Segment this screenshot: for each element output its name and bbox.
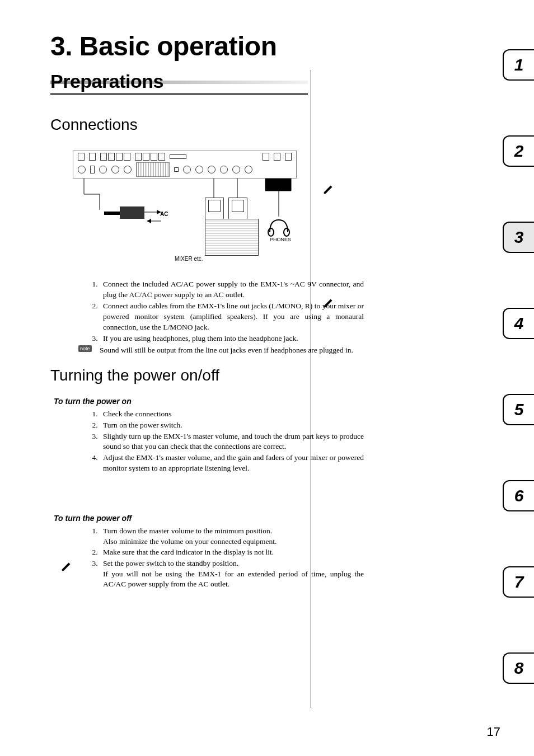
pencil-icon xyxy=(322,183,335,198)
tab-2[interactable]: 2 xyxy=(503,135,534,167)
diagram-ac-label: AC xyxy=(160,211,168,217)
svg-point-3 xyxy=(268,228,274,236)
section-tabs: 1 2 3 4 5 6 7 8 xyxy=(503,49,534,684)
connections-steps: Connect the included AC/AC power supply … xyxy=(50,279,364,344)
pencil-icon xyxy=(322,297,335,312)
chapter-title: 3. Basic operation xyxy=(50,31,364,62)
diagram-speaker-right xyxy=(228,198,247,221)
diagram-phones-label: PHONES xyxy=(270,237,291,242)
tab-1[interactable]: 1 xyxy=(503,49,534,81)
power-off-steps: Turn down the master volume to the minim… xyxy=(50,526,364,590)
svg-marker-2 xyxy=(147,219,151,223)
device-rear-panel xyxy=(73,151,297,179)
power-on-steps: Check the connections Turn on the power … xyxy=(50,409,364,473)
tab-5[interactable]: 5 xyxy=(503,394,534,425)
tab-8[interactable]: 8 xyxy=(503,652,534,684)
tab-6[interactable]: 6 xyxy=(503,480,534,511)
list-item: Check the connections xyxy=(100,409,364,420)
tab-7[interactable]: 7 xyxy=(503,566,534,598)
list-item: Turn down the master volume to the minim… xyxy=(100,526,364,547)
list-item: Turn on the power switch. xyxy=(100,420,364,431)
diagram-headphone xyxy=(266,217,291,238)
subsection-power: Turning the power on/off xyxy=(50,367,364,384)
diagram-speaker-left xyxy=(205,198,224,221)
svg-rect-0 xyxy=(120,206,144,219)
diagram-mixer xyxy=(205,219,259,256)
list-item: Set the power switch to the standby posi… xyxy=(100,558,364,590)
list-item: Slightly turn up the EMX-1's master volu… xyxy=(100,431,364,452)
list-item: Make sure that the card indicator in the… xyxy=(100,547,364,558)
to-turn-on-heading: To turn the power on xyxy=(54,397,364,406)
connection-diagram: AC MIXER etc. PHONES xyxy=(73,151,308,268)
svg-point-4 xyxy=(284,228,289,236)
tab-4[interactable]: 4 xyxy=(503,308,534,339)
note-text: Sound will still be output from the line… xyxy=(50,345,364,356)
note-badge: note xyxy=(78,345,92,352)
section-title-wrap: Preparations xyxy=(50,71,364,95)
content-divider xyxy=(311,70,311,708)
pencil-icon xyxy=(60,560,73,575)
subsection-connections: Connections xyxy=(50,116,364,134)
diagram-mixer-label: MIXER etc. xyxy=(175,256,203,262)
list-item: Adjust the EMX-1's master volume, and th… xyxy=(100,453,364,473)
section-title: Preparations xyxy=(50,71,308,95)
page-number: 17 xyxy=(487,725,500,739)
to-turn-off-heading: To turn the power off xyxy=(54,514,364,523)
tab-3[interactable]: 3 xyxy=(503,222,534,253)
list-item: If you are using headphones, plug them i… xyxy=(100,334,364,344)
